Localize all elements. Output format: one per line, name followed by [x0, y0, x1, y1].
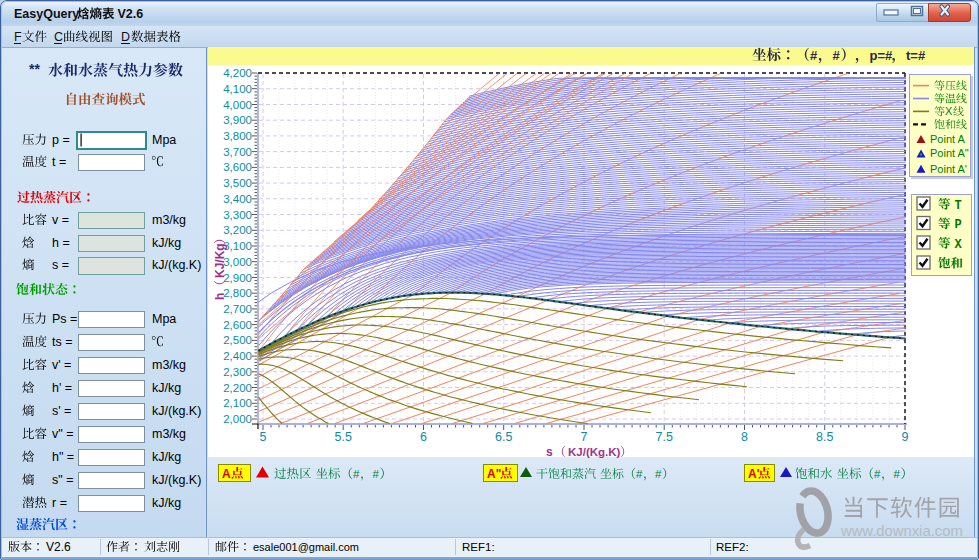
svg-text:3,300: 3,300	[223, 209, 252, 221]
svg-text:3,400: 3,400	[223, 193, 252, 205]
svg-text:v =: v =	[52, 213, 69, 227]
svg-text:#: #	[373, 468, 380, 480]
svg-text:A: A	[222, 467, 231, 481]
svg-text:kJ/kg: kJ/kg	[152, 496, 181, 510]
svg-text:7: 7	[581, 430, 588, 444]
svg-text:p=#: p=#	[870, 48, 894, 63]
svg-text:Point A": Point A"	[930, 147, 969, 159]
svg-text:kJ/kg: kJ/kg	[152, 450, 181, 464]
svg-text:2,200: 2,200	[223, 382, 252, 394]
svg-text:#: #	[636, 468, 643, 480]
svg-text:KJ/Kg: KJ/Kg	[213, 243, 227, 278]
svg-text:esale001@gmail.com: esale001@gmail.com	[253, 541, 359, 553]
svg-text:2,400: 2,400	[223, 350, 252, 362]
svg-text:#: #	[833, 48, 841, 63]
svg-text:2,300: 2,300	[223, 366, 252, 378]
svg-text:#: #	[353, 468, 360, 480]
svg-text:#: #	[894, 468, 901, 480]
svg-text:h' =: h' =	[52, 381, 72, 395]
svg-text:Point A': Point A'	[930, 163, 967, 175]
svg-text:m3/kg: m3/kg	[152, 213, 186, 227]
svg-text:2,000: 2,000	[223, 413, 252, 425]
svg-text:5.5: 5.5	[335, 430, 352, 444]
svg-text:EasyQuery: EasyQuery	[14, 7, 79, 21]
svg-text:6.5: 6.5	[495, 430, 512, 444]
svg-text:A": A"	[487, 467, 501, 481]
svg-text:2,600: 2,600	[223, 319, 252, 331]
svg-text:s =: s =	[52, 258, 69, 272]
svg-text:3,900: 3,900	[223, 114, 252, 126]
svg-text:3,200: 3,200	[223, 224, 252, 236]
svg-text:3,800: 3,800	[223, 130, 252, 142]
svg-text:V2.6: V2.6	[118, 7, 144, 21]
svg-text:t =: t =	[52, 155, 66, 169]
svg-text:#: #	[655, 468, 662, 480]
svg-text:4,200: 4,200	[223, 67, 252, 79]
svg-text:v" =: v" =	[52, 427, 73, 441]
svg-text:kJ/(kg.K): kJ/(kg.K)	[152, 473, 201, 487]
svg-text:A': A'	[748, 467, 760, 481]
svg-text:www.downxia.com: www.downxia.com	[840, 523, 963, 539]
svg-text:#: #	[810, 48, 818, 63]
svg-text:3,600: 3,600	[223, 161, 252, 173]
svg-text:9: 9	[902, 430, 909, 444]
svg-text:F: F	[14, 30, 22, 44]
svg-text:t=#: t=#	[906, 48, 926, 63]
svg-text:h =: h =	[52, 236, 70, 250]
svg-text:2,500: 2,500	[223, 334, 252, 346]
svg-text:Point A: Point A	[930, 133, 966, 145]
svg-text:m3/kg: m3/kg	[152, 358, 186, 372]
svg-text:KJ/(Kg.K): KJ/(Kg.K)	[568, 446, 621, 458]
svg-text:3,700: 3,700	[223, 146, 252, 158]
svg-text:ts =: ts =	[52, 335, 73, 349]
svg-text:7.5: 7.5	[656, 430, 673, 444]
svg-text:**: **	[29, 61, 40, 77]
svg-text:2,800: 2,800	[223, 287, 252, 299]
svg-text:r =: r =	[52, 496, 67, 510]
svg-text:s: s	[546, 445, 553, 459]
svg-text:3,000: 3,000	[223, 256, 252, 268]
svg-text:2,700: 2,700	[223, 303, 252, 315]
svg-text:2,900: 2,900	[223, 272, 252, 284]
svg-text:P: P	[955, 218, 962, 232]
svg-text:8: 8	[741, 430, 748, 444]
svg-text:#: #	[874, 468, 881, 480]
svg-text:3,100: 3,100	[223, 240, 252, 252]
svg-text:5: 5	[260, 430, 267, 444]
svg-text:D: D	[121, 30, 130, 44]
svg-text:kJ/(kg.K): kJ/(kg.K)	[152, 404, 201, 418]
svg-text:v' =: v' =	[52, 358, 71, 372]
svg-text:h: h	[213, 293, 227, 300]
svg-text:X: X	[955, 238, 963, 252]
svg-text:C: C	[54, 30, 63, 44]
svg-text:kJ/(kg.K): kJ/(kg.K)	[152, 258, 201, 272]
svg-text:4,100: 4,100	[223, 83, 252, 95]
svg-text:Mpa: Mpa	[152, 312, 176, 326]
svg-text:6: 6	[420, 430, 427, 444]
svg-text:8.5: 8.5	[816, 430, 833, 444]
svg-text:h" =: h" =	[52, 450, 74, 464]
svg-text:3,500: 3,500	[223, 177, 252, 189]
svg-text:s' =: s' =	[52, 404, 71, 418]
svg-text:m3/kg: m3/kg	[152, 427, 186, 441]
svg-text:s" =: s" =	[52, 473, 73, 487]
svg-text:X: X	[945, 105, 953, 117]
svg-text:2,100: 2,100	[223, 397, 252, 409]
svg-text:REF2:: REF2:	[716, 541, 749, 553]
svg-text:T: T	[955, 199, 962, 213]
svg-text:Mpa: Mpa	[152, 133, 176, 147]
svg-text:V2.6: V2.6	[46, 540, 71, 554]
svg-text:REF1:: REF1:	[462, 541, 495, 553]
svg-text:Ps =: Ps =	[52, 312, 77, 326]
svg-text:p =: p =	[52, 133, 70, 147]
svg-text:kJ/kg: kJ/kg	[152, 381, 181, 395]
svg-text:4,000: 4,000	[223, 99, 252, 111]
svg-text:kJ/kg: kJ/kg	[152, 236, 181, 250]
